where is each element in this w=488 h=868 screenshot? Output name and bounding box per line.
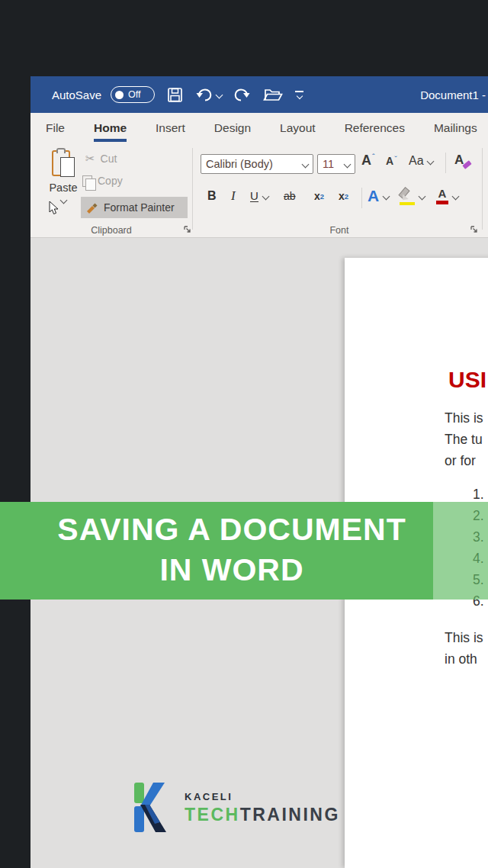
tab-mailings[interactable]: Mailings [434, 121, 477, 142]
ribbon-tab-bar: File Home Insert Design Layout Reference… [30, 113, 488, 142]
grow-caret-icon: ˆ [372, 153, 375, 162]
document-text-line: This is [445, 630, 483, 646]
tab-insert[interactable]: Insert [156, 121, 185, 142]
font-size-dropdown-icon [344, 160, 352, 168]
font-size-value: 11 [323, 158, 334, 170]
document-text-line: in oth [445, 651, 477, 667]
highlight-dropdown-icon [419, 192, 426, 200]
tab-references[interactable]: References [345, 121, 405, 142]
paste-label: Paste [49, 182, 77, 194]
copy-label: Copy [98, 175, 123, 187]
font-color-dropdown-icon [452, 192, 460, 200]
mouse-cursor-icon [49, 201, 59, 215]
change-case-dropdown-icon [426, 157, 434, 165]
cut-button[interactable]: ✂ Cut [85, 152, 117, 166]
logo-tech: TECH [185, 805, 240, 825]
document-title: Document1 - [420, 76, 486, 113]
tab-layout[interactable]: Layout [280, 121, 316, 142]
font-size-select[interactable]: 11 [317, 154, 355, 174]
list-item-number: 1. [473, 487, 484, 503]
word-window: AutoSave Off [30, 76, 488, 868]
small-divider [445, 153, 446, 173]
font-group-label: Font [194, 225, 484, 236]
format-painter-label: Format Painter [104, 201, 175, 214]
text-effects-dropdown-icon [383, 192, 390, 200]
banner-title-line2: IN WORD [0, 550, 464, 590]
ribbon: Paste ✂ Cut Copy Format Painter [30, 142, 488, 238]
undo-icon [195, 87, 212, 102]
bold-button[interactable]: B [207, 186, 217, 206]
document-text-line: The tu [445, 432, 483, 448]
underline-button[interactable]: U [250, 186, 268, 206]
undo-dropdown-icon [216, 91, 223, 98]
shrink-font-button[interactable]: A ˇ [386, 155, 397, 167]
tab-file[interactable]: File [46, 121, 65, 142]
highlighter-icon [400, 187, 415, 205]
format-painter-icon [85, 200, 99, 215]
logo-brand-name: KACELI [185, 791, 340, 802]
font-name-select[interactable]: Calibri (Body) [201, 154, 313, 174]
open-folder-icon [263, 87, 283, 102]
undo-button[interactable] [195, 87, 222, 102]
banner-title-line1: SAVING A DOCUMENT [0, 510, 464, 550]
redo-icon [234, 87, 251, 102]
copy-icon [82, 175, 92, 187]
subscript-button[interactable]: x2 [314, 186, 324, 206]
text-effects-button[interactable]: A [368, 186, 389, 206]
group-divider [482, 148, 483, 230]
cut-label: Cut [101, 153, 117, 165]
paste-dropdown-icon [59, 197, 67, 204]
customize-qat-icon [295, 91, 303, 98]
format-painter-button[interactable]: Format Painter [81, 197, 188, 218]
font-name-value: Calibri (Body) [206, 158, 273, 170]
font-name-dropdown-icon [302, 160, 310, 168]
clipboard-group-label: Clipboard [30, 225, 192, 236]
document-heading: USI [448, 367, 486, 393]
strikethrough-button[interactable]: ab [284, 186, 296, 206]
italic-button[interactable]: I [231, 186, 236, 206]
save-icon [167, 87, 183, 103]
kaceli-k-icon [134, 783, 175, 833]
text-highlight-button[interactable] [400, 186, 425, 206]
group-divider [192, 148, 193, 230]
tab-home[interactable]: Home [94, 121, 127, 142]
document-text-line: or for [445, 453, 476, 469]
banner-title: SAVING A DOCUMENT IN WORD [0, 510, 464, 590]
superscript-button[interactable]: x2 [339, 186, 348, 206]
font-dialog-launcher[interactable] [470, 225, 479, 234]
change-case-button[interactable]: Aa [409, 154, 433, 168]
clear-formatting-button[interactable]: A [454, 153, 464, 168]
eraser-icon [463, 160, 472, 169]
document-text-line: This is [445, 410, 483, 426]
small-divider [361, 188, 362, 208]
logo-training: TRAINING [240, 805, 340, 825]
grow-font-button[interactable]: A ˆ [361, 153, 375, 169]
customize-qat-button[interactable] [295, 91, 303, 98]
font-color-button[interactable]: A [436, 186, 458, 206]
save-button[interactable] [167, 87, 183, 103]
copy-button[interactable]: Copy [82, 175, 123, 187]
toggle-knob-icon [115, 91, 124, 99]
font-color-icon: A [436, 188, 448, 204]
autosave-toggle[interactable]: Off [111, 86, 155, 103]
underline-dropdown-icon [262, 192, 269, 200]
scissors-icon: ✂ [85, 152, 95, 166]
brand-logo: KACELI TECHTRAINING [134, 783, 340, 833]
title-bar: AutoSave Off [30, 76, 488, 113]
video-title-banner: SAVING A DOCUMENT IN WORD [0, 502, 488, 600]
shrink-caret-icon: ˇ [394, 155, 397, 164]
tab-design[interactable]: Design [214, 121, 251, 142]
autosave-label: AutoSave [52, 88, 101, 101]
logo-text: KACELI TECHTRAINING [185, 791, 340, 825]
paste-clipboard-icon [52, 148, 75, 178]
redo-button[interactable] [234, 87, 251, 102]
open-file-button[interactable] [263, 87, 283, 102]
video-frame: AutoSave Off [0, 0, 488, 868]
autosave-state: Off [128, 89, 140, 100]
clipboard-dialog-launcher[interactable] [183, 225, 192, 234]
